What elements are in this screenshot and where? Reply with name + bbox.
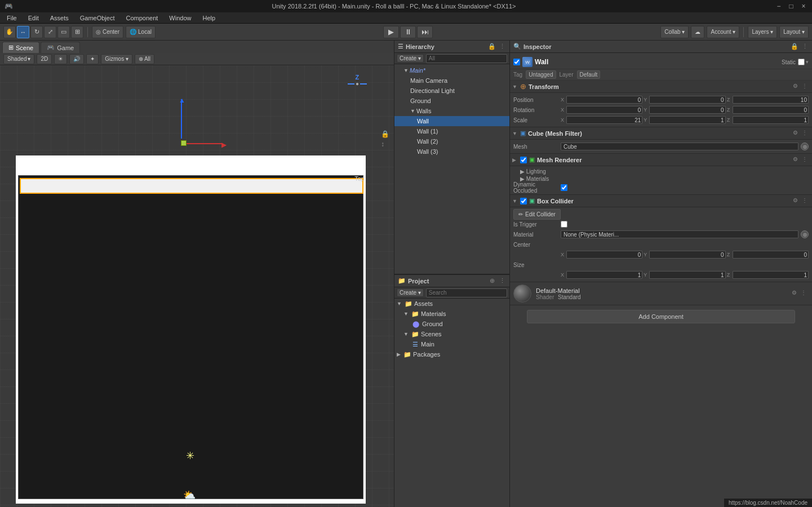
- close-button[interactable]: ×: [800, 2, 807, 10]
- proj-item-ground-mat[interactable]: ⬤ Ground: [394, 319, 509, 329]
- transform-header[interactable]: ▼ ⊕ Transform ⚙ ⋮: [510, 81, 812, 93]
- hier-item-directional-light[interactable]: Directional Light: [394, 86, 509, 96]
- tab-game[interactable]: 🎮 Game: [41, 42, 80, 53]
- material-settings[interactable]: ⚙: [792, 290, 800, 297]
- collab-button[interactable]: Collab ▾: [660, 26, 689, 38]
- menu-edit[interactable]: Edit: [24, 14, 43, 22]
- fx-button[interactable]: ✦: [86, 54, 99, 64]
- box-collider-header[interactable]: ▼ ▣ Box Collider ⚙ ⋮: [510, 195, 812, 207]
- all-button[interactable]: ⊕ All: [135, 54, 154, 64]
- edit-collider-btn[interactable]: ✏ Edit Collider: [513, 209, 561, 220]
- project-icon-btn2[interactable]: ⋮: [498, 277, 506, 285]
- rotate-tool[interactable]: ↻: [30, 26, 43, 38]
- menu-window[interactable]: Window: [165, 14, 196, 22]
- account-button[interactable]: Account ▾: [707, 26, 739, 38]
- menu-assets[interactable]: Assets: [46, 14, 73, 22]
- space-button[interactable]: 🌐 Local: [126, 26, 156, 38]
- scene-view[interactable]: Top Z ● ▲ ▶ ✳: [0, 65, 394, 507]
- hier-item-main[interactable]: ▼ Main*: [394, 65, 509, 75]
- proj-item-packages[interactable]: ▶ 📁 Packages: [394, 349, 509, 359]
- proj-item-scenes[interactable]: ▼ 📁 Scenes: [394, 329, 509, 339]
- audio-button[interactable]: 🔊: [69, 54, 84, 64]
- rect-tool[interactable]: ▭: [57, 26, 70, 38]
- hier-item-wall-1[interactable]: Wall (1): [394, 126, 509, 136]
- center-y-input[interactable]: [649, 251, 725, 259]
- size-y-input[interactable]: [649, 271, 725, 279]
- proj-item-main-scene[interactable]: ☰ Main: [394, 339, 509, 349]
- dynamic-occluded-checkbox[interactable]: [561, 184, 567, 191]
- hier-item-wall-3[interactable]: Wall (3): [394, 146, 509, 157]
- transform-more[interactable]: ⋮: [802, 83, 810, 91]
- scale-y-input[interactable]: [649, 116, 725, 124]
- gizmos-button[interactable]: Gizmos ▾: [101, 54, 132, 64]
- inspector-lock[interactable]: 🔒: [791, 43, 798, 51]
- mode-2d-button[interactable]: 2D: [37, 54, 52, 64]
- center-z-input[interactable]: [733, 251, 809, 259]
- cloud-button[interactable]: ☁: [691, 26, 704, 38]
- pos-z-input[interactable]: [733, 96, 809, 104]
- proj-item-materials[interactable]: ▼ 📁 Materials: [394, 309, 509, 319]
- hier-item-wall-2[interactable]: Wall (2): [394, 136, 509, 146]
- inspector-menu[interactable]: ⋮: [801, 43, 809, 51]
- menu-help[interactable]: Help: [198, 14, 220, 22]
- is-trigger-checkbox[interactable]: [561, 221, 567, 228]
- step-button[interactable]: ⏭: [417, 26, 433, 38]
- pos-x-input[interactable]: [566, 96, 642, 104]
- box-collider-checkbox[interactable]: [520, 198, 527, 204]
- pos-y-input[interactable]: [649, 96, 725, 104]
- pivot-button[interactable]: ◎ Center: [92, 26, 123, 38]
- mesh-renderer-more[interactable]: ⋮: [802, 156, 810, 164]
- mesh-input[interactable]: [561, 143, 798, 150]
- center-x-input[interactable]: [566, 251, 642, 259]
- menu-file[interactable]: File: [2, 14, 21, 22]
- material-more[interactable]: ⋮: [801, 290, 809, 297]
- hier-item-main-camera[interactable]: Main Camera: [394, 75, 509, 86]
- rot-x-input[interactable]: [566, 106, 642, 114]
- mesh-renderer-checkbox[interactable]: [520, 157, 527, 163]
- hier-item-ground[interactable]: Ground: [394, 96, 509, 106]
- project-create-btn[interactable]: Create ▾: [397, 288, 424, 297]
- tag-value[interactable]: Untagged: [526, 70, 556, 79]
- project-icon-btn1[interactable]: ⊕: [488, 277, 496, 285]
- light-button[interactable]: ☀: [54, 54, 67, 64]
- hierarchy-create-btn[interactable]: Create ▾: [397, 54, 424, 63]
- rot-z-input[interactable]: [733, 106, 809, 114]
- mesh-filter-header[interactable]: ▼ ▣ Cube (Mesh Filter) ⚙ ⋮: [510, 127, 812, 140]
- add-component-btn[interactable]: Add Component: [527, 310, 795, 323]
- menu-gameobject[interactable]: GameObject: [76, 14, 119, 22]
- hierarchy-search[interactable]: [426, 54, 507, 63]
- play-button[interactable]: ▶: [383, 26, 399, 38]
- multi-tool[interactable]: ⊞: [71, 26, 83, 38]
- hier-item-wall[interactable]: Wall: [394, 116, 509, 126]
- layer-value[interactable]: Default: [577, 70, 601, 79]
- layout-button[interactable]: Layout ▾: [779, 26, 809, 38]
- box-collider-settings[interactable]: ⚙: [793, 197, 801, 205]
- rot-y-input[interactable]: [649, 106, 725, 114]
- tab-scene[interactable]: ⊞ Scene: [2, 42, 39, 53]
- transform-settings[interactable]: ⚙: [793, 83, 801, 91]
- box-collider-more[interactable]: ⋮: [802, 197, 810, 205]
- mesh-renderer-settings[interactable]: ⚙: [793, 156, 801, 164]
- move-tool[interactable]: ↔: [17, 26, 29, 38]
- mesh-filter-settings[interactable]: ⚙: [793, 130, 801, 137]
- project-search[interactable]: [426, 288, 507, 297]
- mesh-select-btn[interactable]: ◎: [801, 143, 809, 150]
- menu-component[interactable]: Component: [121, 14, 162, 22]
- scale-x-input[interactable]: [566, 116, 642, 124]
- mesh-renderer-header[interactable]: ▶ ▣ Mesh Renderer ⚙ ⋮: [510, 154, 812, 166]
- layers-button[interactable]: Layers ▾: [748, 26, 777, 38]
- shading-button[interactable]: Shaded ▾: [3, 54, 34, 64]
- obj-active-checkbox[interactable]: [513, 59, 520, 65]
- collider-material-select[interactable]: ◎: [801, 230, 809, 238]
- mesh-filter-more[interactable]: ⋮: [802, 130, 810, 137]
- pause-button[interactable]: ⏸: [400, 26, 416, 38]
- size-z-input[interactable]: [733, 271, 809, 279]
- size-x-input[interactable]: [566, 271, 642, 279]
- static-checkbox[interactable]: [798, 59, 805, 65]
- lighting-section[interactable]: ▶ Lighting: [513, 168, 809, 175]
- hand-tool[interactable]: ✋: [3, 26, 16, 38]
- scale-z-input[interactable]: [733, 116, 809, 124]
- collider-material-input[interactable]: [561, 230, 798, 238]
- hierarchy-lock[interactable]: 🔒: [488, 43, 496, 51]
- maximize-button[interactable]: □: [787, 2, 795, 10]
